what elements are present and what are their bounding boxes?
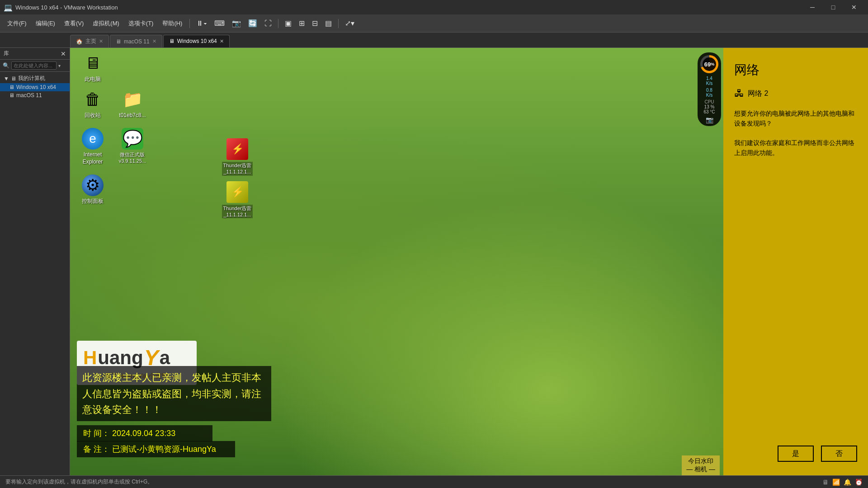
win10-tab-close[interactable]: ✕ xyxy=(220,38,224,44)
network-status-icon: 📶 xyxy=(832,479,840,486)
vm-area[interactable]: 🖥 此电脑 🗑 回收站 📁 t01eb7c8... e xyxy=(70,48,868,475)
wechat-icon: 💬 xyxy=(122,128,143,150)
search-dropdown-icon[interactable]: ▾ xyxy=(58,63,61,68)
view-split[interactable]: ⊞ xyxy=(296,17,307,29)
network-buttons: 是 否 xyxy=(734,446,857,462)
clock-icon: ⏰ xyxy=(855,479,863,486)
folder-icon: 📁 xyxy=(122,89,143,110)
pc-icon-label: 此电脑 xyxy=(85,76,101,83)
desktop-icon-folder[interactable]: 📁 t01eb7c8... xyxy=(114,89,151,119)
sidebar-tree: ▼ 🖥 我的计算机 🖥 Windows 10 x64 🖥 macOS 11 xyxy=(0,72,70,101)
statusbar-right: 🖥 📶 🔔 ⏰ xyxy=(822,479,863,486)
main-layout: 库 ✕ 🔍 ▾ ▼ 🖥 我的计算机 🖥 Windows 10 x64 🖥 mac… xyxy=(0,48,868,475)
cpu-pct-row: 13 % xyxy=(704,104,715,109)
titlebar-left: 💻 Windows 10 x64 - VMware Workstation xyxy=(4,3,118,12)
statusbar: 要将输入定向到该虚拟机，请在虚拟机内部单击或按 Ctrl+G。 🖥 📶 🔔 ⏰ xyxy=(0,475,868,488)
cpu-circle: 69% xyxy=(700,55,718,73)
panel-icon: ⚙ xyxy=(82,174,104,196)
desktop[interactable]: 🖥 此电脑 🗑 回收站 📁 t01eb7c8... e xyxy=(70,48,868,475)
app-title: Windows 10 x64 - VMware Workstation xyxy=(15,4,118,11)
close-button[interactable]: ✕ xyxy=(844,0,864,14)
time-label: 时 间： xyxy=(83,429,110,438)
macos-tab-icon: 🖥 xyxy=(116,38,121,45)
thunder-icons-area: ⚡ Thunder迅雷_11.1.12.1... ⚡ Thunder迅雷_11.… xyxy=(219,138,255,224)
camera-icon[interactable]: 📷 xyxy=(706,116,713,123)
toolbar: 文件(F) 编辑(E) 查看(V) 虚拟机(M) 选项卡(T) 帮助(H) ⏸▾… xyxy=(0,14,868,33)
stretch-button[interactable]: ⤢▾ xyxy=(342,17,357,29)
cpu-net-up: 1.4 K/s xyxy=(706,76,712,86)
recycle-icon: 🗑 xyxy=(82,89,104,110)
app-icon: 💻 xyxy=(4,3,13,12)
logo-uang: uang xyxy=(98,347,143,369)
tree-macos-icon: 🖥 xyxy=(9,92,14,99)
toolbar-separator xyxy=(189,19,190,28)
snapshot2-button[interactable]: 🔄 xyxy=(245,17,260,29)
home-tab-label: 主页 xyxy=(85,38,96,45)
note-value: 已测试-小黄鸭资源-HuangYa xyxy=(112,445,216,454)
desktop-icon-wechat[interactable]: 💬 微信正式版v3.9.11.25... xyxy=(114,128,151,165)
tab-macos[interactable]: 🖥 macOS 11 ✕ xyxy=(110,35,162,47)
desktop-icon-recycle[interactable]: 🗑 回收站 xyxy=(75,89,111,119)
tab-windows10[interactable]: 🖥 Windows 10 x64 ✕ xyxy=(163,35,230,47)
view-single[interactable]: ▣ xyxy=(282,17,294,29)
desktop-icon-pc[interactable]: 🖥 此电脑 xyxy=(75,52,111,83)
desktop-icon-panel[interactable]: ⚙ 控制面板 xyxy=(75,174,111,205)
network-subtitle: 网络 2 xyxy=(748,89,768,99)
tree-win10-label: Windows 10 x64 xyxy=(16,84,56,90)
cpu-pct-value: 13 xyxy=(704,104,709,109)
menu-edit[interactable]: 编辑(E) xyxy=(32,18,59,29)
tab-home[interactable]: 🏠 主页 ✕ xyxy=(70,35,109,47)
network-icon-row: 🖧 网络 2 xyxy=(734,88,857,99)
pause-button[interactable]: ⏸▾ xyxy=(193,18,210,29)
today-line2: — 相机 — xyxy=(686,465,715,474)
menu-vm[interactable]: 虚拟机(M) xyxy=(89,18,123,29)
view-tab[interactable]: ▤ xyxy=(322,17,335,29)
pc-icon: 🖥 xyxy=(82,52,104,74)
snapshot-button[interactable]: 📷 xyxy=(229,17,244,29)
thunder2-icon: ⚡ xyxy=(226,181,248,203)
tabbar: 🏠 主页 ✕ 🖥 macOS 11 ✕ 🖥 Windows 10 x64 ✕ xyxy=(0,33,868,48)
thunder2-label: Thunder迅雷_11.1.12.1... xyxy=(222,205,253,219)
cpu-net-down: 0.8 K/s xyxy=(706,88,712,98)
desktop-icon-thunder1[interactable]: ⚡ Thunder迅雷_11.1.12.1... xyxy=(219,138,255,176)
network-desc2: 我们建议你在家庭和工作网络而非公共网络上启用此功能。 xyxy=(734,138,857,158)
toolbar-separator3 xyxy=(338,19,339,28)
macos-tab-label: macOS 11 xyxy=(124,38,150,45)
full-screen-button[interactable]: ⛶ xyxy=(262,18,274,29)
tree-root[interactable]: ▼ 🖥 我的计算机 xyxy=(0,74,70,83)
desktop-icon-thunder2[interactable]: ⚡ Thunder迅雷_11.1.12.1... xyxy=(219,181,255,219)
network-title: 网络 xyxy=(734,61,857,79)
menu-help[interactable]: 帮助(H) xyxy=(159,18,186,29)
macos-tab-close[interactable]: ✕ xyxy=(152,38,156,44)
network-yes-button[interactable]: 是 xyxy=(778,446,814,462)
tree-pc-icon: 🖥 xyxy=(11,75,16,82)
cpu-percent: 69% xyxy=(703,57,716,71)
titlebar: 💻 Windows 10 x64 - VMware Workstation ─ … xyxy=(0,0,868,14)
home-tab-close[interactable]: ✕ xyxy=(99,38,103,44)
maximize-button[interactable]: □ xyxy=(823,0,844,14)
menu-tab[interactable]: 选项卡(T) xyxy=(125,18,157,29)
view-full[interactable]: ⊟ xyxy=(309,17,321,29)
sidebar-close-icon[interactable]: ✕ xyxy=(61,50,66,57)
today-watermark: 今日水印 — 相机 — xyxy=(682,455,720,475)
net-down-unit: K/s xyxy=(706,93,712,98)
network-no-button[interactable]: 否 xyxy=(821,446,857,462)
menu-view[interactable]: 查看(V) xyxy=(61,18,87,29)
menu-file[interactable]: 文件(F) xyxy=(4,18,30,29)
tree-item-macos[interactable]: 🖥 macOS 11 xyxy=(0,91,70,99)
minimize-button[interactable]: ─ xyxy=(802,0,823,14)
logo-h: H xyxy=(83,347,97,369)
search-input[interactable] xyxy=(11,61,57,70)
thunder1-icon: ⚡ xyxy=(226,138,248,160)
desktop-icon-ie[interactable]: e Internet Explorer xyxy=(75,128,111,165)
toolbar-separator2 xyxy=(278,19,278,28)
tree-expand-icon: ▼ xyxy=(4,75,9,82)
network-popup: 网络 🖧 网络 2 想要允许你的电脑被此网络上的其他电脑和设备发现吗？ 我们建议… xyxy=(723,48,868,475)
tree-item-win10[interactable]: 🖥 Windows 10 x64 xyxy=(0,83,70,91)
today-line1: 今日水印 xyxy=(686,457,715,465)
send-key-button[interactable]: ⌨ xyxy=(212,17,227,29)
time-bar: 时 间： 2024.09.04 23:33 xyxy=(77,425,212,441)
win10-tab-icon: 🖥 xyxy=(169,38,175,44)
search-icon: 🔍 xyxy=(3,62,9,69)
notification-icon: 🔔 xyxy=(844,479,851,486)
